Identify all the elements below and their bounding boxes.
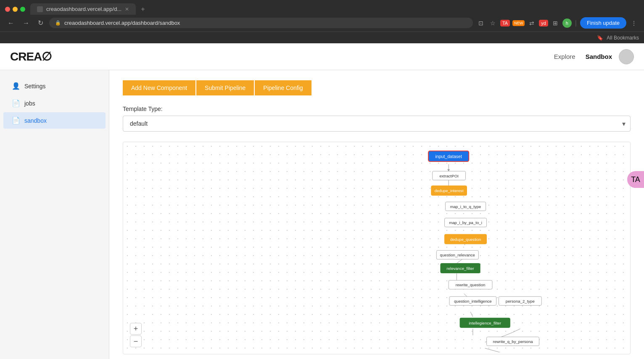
app-logo: CREA∅ bbox=[10, 50, 51, 63]
svg-text:rewrite_q_by_persona: rewrite_q_by_persona bbox=[493, 339, 533, 344]
lock-icon: 🔒 bbox=[55, 20, 61, 26]
tab-submit-pipeline[interactable]: Submit Pipeline bbox=[196, 80, 254, 95]
chat-icon: TA bbox=[631, 175, 640, 184]
zoom-controls: + − bbox=[130, 323, 142, 347]
pipeline-canvas[interactable]: input_dataset extractPOI dedupe_interest… bbox=[123, 142, 631, 354]
tab-favicon bbox=[37, 6, 43, 12]
browser-tab-active[interactable]: creaodashboard.vercel.app/d... ✕ bbox=[30, 3, 136, 15]
address-bar[interactable]: 🔒 creaodashboard.vercel.app/dashboard/sa… bbox=[49, 18, 473, 28]
traffic-lights bbox=[5, 7, 25, 12]
tab-pipeline-config[interactable]: Pipeline Config bbox=[255, 80, 311, 95]
svg-text:input_dataset: input_dataset bbox=[435, 154, 462, 159]
bookmarks-label: 🔖 All Bookmarks bbox=[597, 35, 639, 41]
forward-button[interactable]: → bbox=[20, 18, 32, 28]
svg-text:relevance_filter: relevance_filter bbox=[446, 266, 474, 271]
nav-explore[interactable]: Explore bbox=[554, 53, 575, 60]
header-nav: Explore Sandbox bbox=[554, 53, 612, 60]
extension-4-icon[interactable]: ⊞ bbox=[551, 18, 560, 28]
browser-chrome: creaodashboard.vercel.app/d... ✕ + ← → ↻… bbox=[0, 0, 644, 32]
nav-sandbox[interactable]: Sandbox bbox=[586, 53, 612, 60]
chat-float-button[interactable]: TA bbox=[627, 171, 644, 188]
extension-new-icon[interactable]: NEW bbox=[512, 20, 525, 26]
sidebar: 👤 Settings 📄 jobs 📄 sandbox bbox=[0, 70, 109, 359]
sidebar-item-settings[interactable]: 👤 Settings bbox=[3, 78, 106, 94]
nav-bar: ← → ↻ 🔒 creaodashboard.vercel.app/dashbo… bbox=[0, 15, 644, 31]
app-body: 👤 Settings 📄 jobs 📄 sandbox Add New Comp… bbox=[0, 70, 644, 359]
sidebar-label-sandbox: sandbox bbox=[24, 117, 47, 124]
svg-text:question_relevance: question_relevance bbox=[440, 253, 475, 257]
svg-text:extractPOI: extractPOI bbox=[439, 174, 458, 178]
sidebar-label-jobs: jobs bbox=[24, 100, 35, 107]
extension-5-icon[interactable]: h bbox=[562, 18, 572, 28]
settings-icon: 👤 bbox=[12, 82, 20, 90]
extension-2-icon[interactable]: ⇄ bbox=[527, 18, 536, 28]
avatar[interactable] bbox=[619, 49, 634, 64]
tab-buttons: Add New Component Submit Pipeline Pipeli… bbox=[123, 80, 631, 95]
zoom-in-button[interactable]: + bbox=[130, 323, 142, 335]
new-tab-button[interactable]: + bbox=[137, 5, 148, 13]
bookmarks-bar: 🔖 All Bookmarks bbox=[0, 32, 644, 43]
translate-icon[interactable]: ⊡ bbox=[476, 18, 486, 28]
svg-text:map_i_by_pa_to_i: map_i_by_pa_to_i bbox=[449, 220, 482, 225]
jobs-icon: 📄 bbox=[12, 99, 20, 107]
app: CREA∅ Explore Sandbox 👤 Settings 📄 jobs … bbox=[0, 43, 644, 359]
svg-text:persona_2_type: persona_2_type bbox=[506, 299, 535, 304]
extension-1-icon[interactable]: TA bbox=[500, 20, 510, 26]
sidebar-item-jobs[interactable]: 📄 jobs bbox=[3, 95, 106, 111]
main-content: Add New Component Submit Pipeline Pipeli… bbox=[109, 70, 644, 359]
template-select-wrapper: default custom advanced ▾ bbox=[123, 116, 631, 132]
svg-line-10 bbox=[485, 348, 510, 352]
tab-close-button[interactable]: ✕ bbox=[125, 6, 129, 12]
zoom-out-button[interactable]: − bbox=[130, 335, 142, 347]
svg-text:intellegience_filter: intellegience_filter bbox=[469, 321, 501, 325]
sidebar-item-sandbox[interactable]: 📄 sandbox bbox=[3, 112, 106, 129]
reload-button[interactable]: ↻ bbox=[35, 18, 46, 28]
traffic-light-green[interactable] bbox=[20, 7, 25, 12]
pipeline-svg: input_dataset extractPOI dedupe_interest… bbox=[123, 142, 630, 352]
app-header: CREA∅ Explore Sandbox bbox=[0, 43, 644, 70]
template-type-label: Template Type: bbox=[123, 106, 631, 112]
tab-title: creaodashboard.vercel.app/d... bbox=[46, 6, 121, 12]
finish-update-button[interactable]: Finish update bbox=[580, 17, 626, 29]
template-select[interactable]: default custom advanced bbox=[123, 116, 631, 132]
tab-bar: creaodashboard.vercel.app/d... ✕ + bbox=[0, 0, 644, 15]
svg-line-8 bbox=[470, 312, 473, 317]
svg-text:dedupe_interest: dedupe_interest bbox=[435, 188, 464, 193]
sandbox-icon: 📄 bbox=[12, 116, 20, 124]
back-button[interactable]: ← bbox=[5, 18, 17, 28]
traffic-light-red[interactable] bbox=[5, 7, 10, 12]
sidebar-label-settings: Settings bbox=[24, 83, 46, 90]
tab-add-component[interactable]: Add New Component bbox=[123, 80, 195, 95]
browser-menu-button[interactable]: ⋮ bbox=[629, 18, 639, 28]
bookmark-icon[interactable]: ☆ bbox=[488, 18, 498, 28]
extension-3-icon[interactable]: yd bbox=[539, 20, 548, 26]
nav-actions: ⊡ ☆ TA NEW ⇄ yd ⊞ h | Finish update ⋮ bbox=[476, 17, 639, 29]
svg-text:dedupe_question: dedupe_question bbox=[450, 237, 481, 242]
traffic-light-yellow[interactable] bbox=[13, 7, 18, 12]
svg-text:rewrite_question: rewrite_question bbox=[456, 282, 486, 287]
url-text: creaodashboard.vercel.app/dashboard/sand… bbox=[64, 20, 180, 26]
svg-text:question_intelligence: question_intelligence bbox=[454, 299, 492, 304]
svg-text:map_i_to_q_type: map_i_to_q_type bbox=[450, 204, 481, 209]
